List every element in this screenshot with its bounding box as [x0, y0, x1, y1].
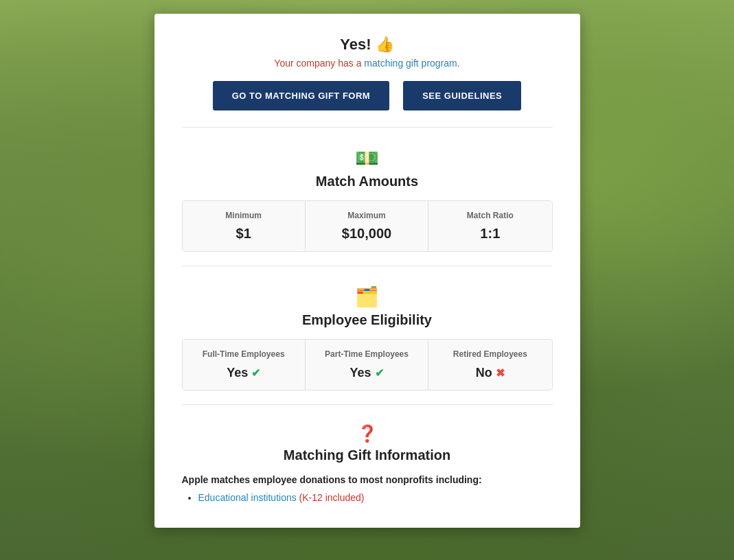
retired-cross-icon: ✖ — [496, 367, 505, 379]
maximum-value: $10,000 — [317, 226, 417, 242]
money-icon: 💵 — [182, 147, 553, 170]
main-card: Yes! 👍 Your company has a matching gift … — [154, 14, 580, 528]
full-time-label: Full-Time Employees — [194, 349, 294, 359]
part-time-value: Yes ✔ — [317, 366, 417, 380]
divider-3 — [182, 404, 553, 405]
match-ratio-label: Match Ratio — [439, 211, 540, 220]
maximum-cell: Maximum $10,000 — [306, 201, 428, 251]
info-list: Educational institutions (K-12 included) — [182, 492, 553, 503]
employee-eligibility-header: 🗂️ Employee Eligibility — [182, 285, 553, 328]
eligibility-grid: Full-Time Employees Yes ✔ Part-Time Empl… — [182, 339, 553, 390]
employee-eligibility-title: Employee Eligibility — [182, 312, 553, 328]
employee-icon: 🗂️ — [182, 285, 553, 308]
minimum-value: $1 — [194, 226, 294, 242]
question-icon: ❓ — [182, 424, 553, 443]
match-amounts-section: 💵 Match Amounts Minimum $1 Maximum $10,0… — [182, 147, 553, 252]
part-time-label: Part-Time Employees — [317, 349, 417, 359]
full-time-check-icon: ✔ — [251, 367, 260, 379]
match-amounts-header: 💵 Match Amounts — [182, 147, 553, 189]
minimum-cell: Minimum $1 — [183, 201, 306, 251]
retired-text: No — [476, 366, 492, 380]
go-to-matching-gift-form-button[interactable]: GO TO MATCHING GIFT FORM — [213, 81, 389, 110]
part-time-cell: Part-Time Employees Yes ✔ — [306, 340, 428, 390]
info-description: Apple matches employee donations to most… — [182, 474, 553, 485]
full-time-text: Yes — [227, 366, 248, 380]
yes-title: Yes! 👍 — [182, 36, 553, 54]
matching-gift-info-header: ❓ Matching Gift Information — [182, 424, 553, 463]
retired-label: Retired Employees — [439, 349, 540, 359]
matching-program-link[interactable]: matching gift program — [364, 58, 457, 69]
full-time-cell: Full-Time Employees Yes ✔ — [183, 340, 306, 390]
subtitle: Your company has a matching gift program… — [182, 58, 553, 69]
matching-gift-info-section: ❓ Matching Gift Information Apple matche… — [182, 424, 553, 503]
minimum-label: Minimum — [194, 211, 294, 220]
educational-institutions-link[interactable]: Educational institutions — [198, 492, 297, 503]
top-section: Yes! 👍 Your company has a matching gift … — [182, 36, 553, 110]
amounts-grid: Minimum $1 Maximum $10,000 Match Ratio 1… — [182, 200, 553, 252]
employee-eligibility-section: 🗂️ Employee Eligibility Full-Time Employ… — [182, 285, 553, 390]
matching-gift-info-title: Matching Gift Information — [182, 447, 553, 463]
match-ratio-cell: Match Ratio 1:1 — [428, 201, 551, 251]
match-amounts-title: Match Amounts — [182, 174, 553, 189]
subtitle-post: . — [457, 58, 460, 69]
subtitle-pre: Your company has a — [274, 58, 364, 69]
retired-value: No ✖ — [439, 366, 540, 380]
part-time-check-icon: ✔ — [375, 367, 384, 379]
see-guidelines-button[interactable]: SEE GUIDELINES — [403, 81, 521, 110]
divider-2 — [182, 266, 553, 266]
maximum-label: Maximum — [317, 211, 417, 220]
k12-note: (K-12 included) — [297, 492, 365, 503]
match-ratio-value: 1:1 — [439, 226, 540, 242]
list-item: Educational institutions (K-12 included) — [198, 492, 553, 503]
part-time-text: Yes — [349, 366, 371, 380]
full-time-value: Yes ✔ — [194, 366, 294, 380]
retired-cell: Retired Employees No ✖ — [428, 340, 551, 390]
divider-1 — [182, 127, 553, 128]
buttons-row: GO TO MATCHING GIFT FORM SEE GUIDELINES — [182, 81, 553, 110]
